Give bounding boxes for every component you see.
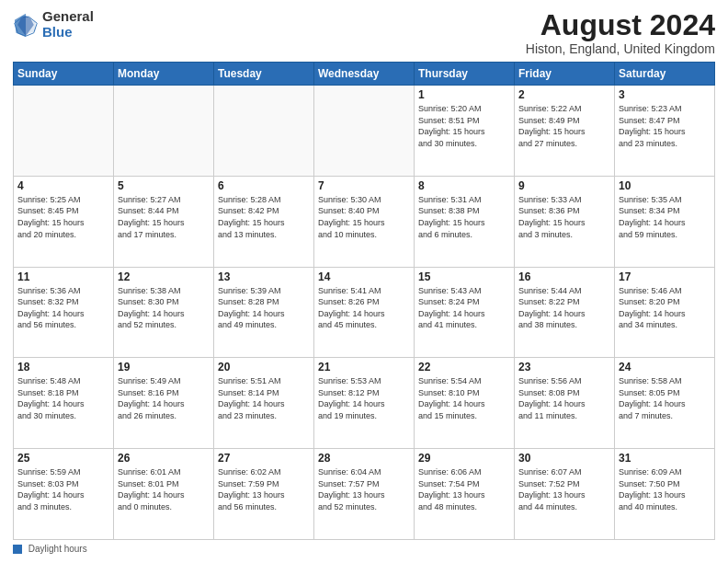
col-saturday: Saturday — [615, 63, 715, 86]
footer-dot — [13, 545, 22, 554]
calendar-cell: 3Sunrise: 5:23 AM Sunset: 8:47 PM Daylig… — [615, 86, 715, 177]
day-info: Sunrise: 5:41 AM Sunset: 8:26 PM Dayligh… — [318, 285, 410, 331]
calendar-cell: 4Sunrise: 5:25 AM Sunset: 8:45 PM Daylig… — [14, 176, 114, 267]
col-tuesday: Tuesday — [214, 63, 314, 86]
calendar-cell: 7Sunrise: 5:30 AM Sunset: 8:40 PM Daylig… — [314, 176, 415, 267]
day-info: Sunrise: 6:04 AM Sunset: 7:57 PM Dayligh… — [318, 466, 410, 512]
day-number: 6 — [218, 179, 310, 192]
day-number: 10 — [619, 179, 711, 192]
day-number: 15 — [418, 270, 510, 283]
day-number: 22 — [418, 361, 510, 373]
calendar-cell: 5Sunrise: 5:27 AM Sunset: 8:44 PM Daylig… — [114, 176, 214, 267]
day-info: Sunrise: 5:51 AM Sunset: 8:14 PM Dayligh… — [218, 375, 310, 421]
day-info: Sunrise: 6:01 AM Sunset: 8:01 PM Dayligh… — [118, 466, 210, 512]
calendar-cell: 29Sunrise: 6:06 AM Sunset: 7:54 PM Dayli… — [415, 448, 515, 539]
day-info: Sunrise: 5:27 AM Sunset: 8:44 PM Dayligh… — [118, 194, 210, 240]
calendar-cell: 6Sunrise: 5:28 AM Sunset: 8:42 PM Daylig… — [214, 176, 314, 267]
calendar-cell — [14, 86, 114, 177]
calendar-cell: 9Sunrise: 5:33 AM Sunset: 8:36 PM Daylig… — [515, 176, 615, 267]
day-number: 14 — [318, 270, 410, 283]
calendar-cell — [114, 86, 214, 177]
calendar-cell: 31Sunrise: 6:09 AM Sunset: 7:50 PM Dayli… — [615, 448, 715, 539]
col-thursday: Thursday — [415, 63, 515, 86]
day-info: Sunrise: 5:28 AM Sunset: 8:42 PM Dayligh… — [218, 194, 310, 240]
calendar-cell: 17Sunrise: 5:46 AM Sunset: 8:20 PM Dayli… — [615, 267, 715, 358]
title-location: Histon, England, United Kingdom — [526, 41, 715, 56]
day-number: 28 — [318, 452, 410, 465]
calendar-cell: 11Sunrise: 5:36 AM Sunset: 8:32 PM Dayli… — [14, 267, 114, 358]
day-number: 3 — [619, 88, 711, 101]
logo-blue: Blue — [42, 25, 94, 40]
calendar-cell: 18Sunrise: 5:48 AM Sunset: 8:18 PM Dayli… — [14, 358, 114, 449]
logo-icon — [13, 12, 39, 38]
day-number: 26 — [118, 452, 210, 465]
day-number: 20 — [218, 361, 310, 373]
calendar-cell: 24Sunrise: 5:58 AM Sunset: 8:05 PM Dayli… — [615, 358, 715, 449]
day-number: 23 — [518, 361, 610, 373]
day-number: 1 — [418, 88, 510, 101]
day-number: 7 — [318, 179, 410, 192]
calendar-cell: 27Sunrise: 6:02 AM Sunset: 7:59 PM Dayli… — [214, 448, 314, 539]
calendar-week-3: 18Sunrise: 5:48 AM Sunset: 8:18 PM Dayli… — [14, 358, 715, 449]
calendar-cell — [314, 86, 415, 177]
day-number: 13 — [218, 270, 310, 283]
day-number: 9 — [518, 179, 610, 192]
day-info: Sunrise: 5:23 AM Sunset: 8:47 PM Dayligh… — [619, 103, 711, 149]
calendar-cell: 10Sunrise: 5:35 AM Sunset: 8:34 PM Dayli… — [615, 176, 715, 267]
calendar-cell: 20Sunrise: 5:51 AM Sunset: 8:14 PM Dayli… — [214, 358, 314, 449]
logo-text: General Blue — [42, 9, 94, 40]
day-number: 18 — [17, 361, 109, 373]
calendar-cell: 1Sunrise: 5:20 AM Sunset: 8:51 PM Daylig… — [415, 86, 515, 177]
calendar-cell: 14Sunrise: 5:41 AM Sunset: 8:26 PM Dayli… — [314, 267, 415, 358]
footer: Daylight hours — [13, 544, 715, 554]
day-info: Sunrise: 6:07 AM Sunset: 7:52 PM Dayligh… — [518, 466, 610, 512]
title-block: August 2024 Histon, England, United King… — [526, 9, 715, 56]
day-number: 30 — [518, 452, 610, 465]
calendar-cell — [214, 86, 314, 177]
day-info: Sunrise: 5:54 AM Sunset: 8:10 PM Dayligh… — [418, 375, 510, 421]
day-info: Sunrise: 6:09 AM Sunset: 7:50 PM Dayligh… — [619, 466, 711, 512]
logo: General Blue — [13, 9, 94, 40]
day-info: Sunrise: 5:20 AM Sunset: 8:51 PM Dayligh… — [418, 103, 510, 149]
day-number: 5 — [118, 179, 210, 192]
page: General Blue August 2024 Histon, England… — [0, 0, 728, 563]
day-info: Sunrise: 5:58 AM Sunset: 8:05 PM Dayligh… — [619, 375, 711, 421]
day-number: 4 — [17, 179, 109, 192]
calendar-table: Sunday Monday Tuesday Wednesday Thursday… — [13, 62, 715, 539]
calendar-cell: 2Sunrise: 5:22 AM Sunset: 8:49 PM Daylig… — [515, 86, 615, 177]
day-info: Sunrise: 6:02 AM Sunset: 7:59 PM Dayligh… — [218, 466, 310, 512]
day-number: 27 — [218, 452, 310, 465]
calendar-cell: 30Sunrise: 6:07 AM Sunset: 7:52 PM Dayli… — [515, 448, 615, 539]
day-number: 31 — [619, 452, 711, 465]
day-number: 16 — [518, 270, 610, 283]
day-info: Sunrise: 5:56 AM Sunset: 8:08 PM Dayligh… — [518, 375, 610, 421]
day-info: Sunrise: 5:49 AM Sunset: 8:16 PM Dayligh… — [118, 375, 210, 421]
col-monday: Monday — [114, 63, 214, 86]
col-friday: Friday — [515, 63, 615, 86]
calendar-cell: 13Sunrise: 5:39 AM Sunset: 8:28 PM Dayli… — [214, 267, 314, 358]
footer-label: Daylight hours — [28, 544, 87, 554]
logo-general: General — [42, 9, 94, 25]
header: General Blue August 2024 Histon, England… — [13, 9, 715, 56]
day-info: Sunrise: 5:35 AM Sunset: 8:34 PM Dayligh… — [619, 194, 711, 240]
day-info: Sunrise: 6:06 AM Sunset: 7:54 PM Dayligh… — [418, 466, 510, 512]
calendar-week-4: 25Sunrise: 5:59 AM Sunset: 8:03 PM Dayli… — [14, 448, 715, 539]
day-info: Sunrise: 5:25 AM Sunset: 8:45 PM Dayligh… — [17, 194, 109, 240]
day-number: 19 — [118, 361, 210, 373]
calendar-week-2: 11Sunrise: 5:36 AM Sunset: 8:32 PM Dayli… — [14, 267, 715, 358]
day-info: Sunrise: 5:31 AM Sunset: 8:38 PM Dayligh… — [418, 194, 510, 240]
day-info: Sunrise: 5:43 AM Sunset: 8:24 PM Dayligh… — [418, 285, 510, 331]
day-number: 29 — [418, 452, 510, 465]
day-number: 2 — [518, 88, 610, 101]
day-info: Sunrise: 5:44 AM Sunset: 8:22 PM Dayligh… — [518, 285, 610, 331]
day-info: Sunrise: 5:53 AM Sunset: 8:12 PM Dayligh… — [318, 375, 410, 421]
day-info: Sunrise: 5:33 AM Sunset: 8:36 PM Dayligh… — [518, 194, 610, 240]
calendar-cell: 28Sunrise: 6:04 AM Sunset: 7:57 PM Dayli… — [314, 448, 415, 539]
calendar-header-row: Sunday Monday Tuesday Wednesday Thursday… — [14, 63, 715, 86]
day-number: 21 — [318, 361, 410, 373]
day-number: 12 — [118, 270, 210, 283]
day-number: 25 — [17, 452, 109, 465]
calendar-cell: 22Sunrise: 5:54 AM Sunset: 8:10 PM Dayli… — [415, 358, 515, 449]
day-info: Sunrise: 5:48 AM Sunset: 8:18 PM Dayligh… — [17, 375, 109, 421]
day-info: Sunrise: 5:30 AM Sunset: 8:40 PM Dayligh… — [318, 194, 410, 240]
